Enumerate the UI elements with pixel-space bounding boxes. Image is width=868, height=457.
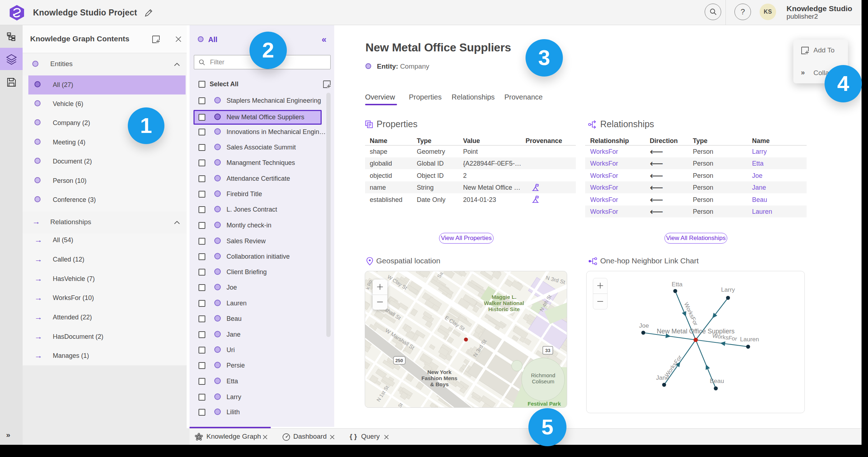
svg-text:Richmond: Richmond bbox=[531, 372, 555, 378]
svg-text:Coliseum: Coliseum bbox=[532, 378, 555, 384]
svg-text:& Boys: & Boys bbox=[430, 381, 449, 387]
svg-text:Walker National: Walker National bbox=[484, 300, 524, 306]
svg-text:Larry: Larry bbox=[721, 286, 735, 293]
svg-text:Maggie L.: Maggie L. bbox=[491, 294, 516, 300]
svg-text:Lauren: Lauren bbox=[740, 336, 759, 343]
svg-text:Etta: Etta bbox=[672, 281, 683, 288]
svg-text:Fashion Mens: Fashion Mens bbox=[421, 375, 457, 381]
svg-text:New York: New York bbox=[428, 369, 452, 375]
svg-text:Joe: Joe bbox=[639, 322, 649, 329]
svg-text:250: 250 bbox=[395, 358, 403, 363]
svg-text:Beau: Beau bbox=[710, 378, 724, 384]
svg-text:Historic Site: Historic Site bbox=[488, 306, 520, 312]
svg-text:33: 33 bbox=[545, 348, 550, 353]
svg-text:Festival Park: Festival Park bbox=[528, 401, 561, 407]
